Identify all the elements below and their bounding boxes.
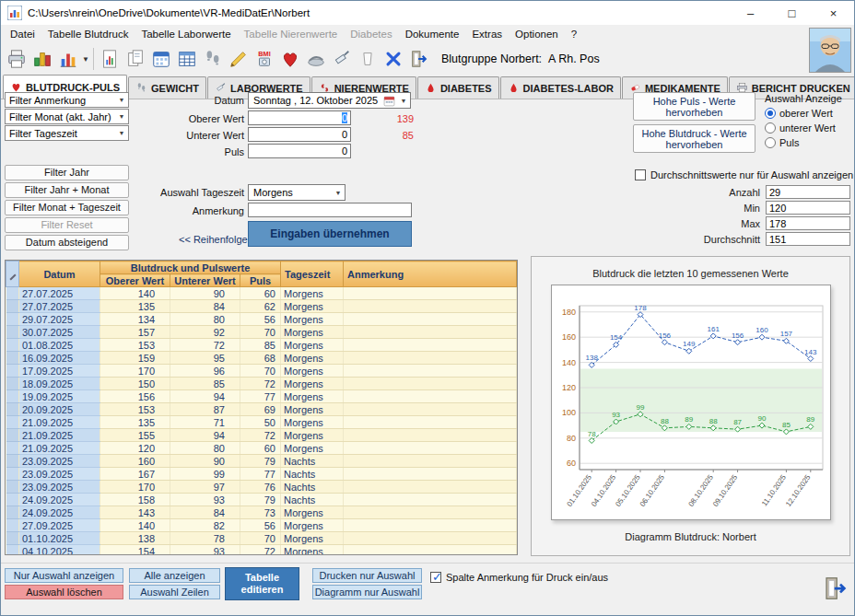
eingaben-uebernehmen-button[interactable]: Eingaben übernehmen <box>248 221 412 247</box>
table-row[interactable]: 16.09.20251599568Morgens <box>6 352 517 365</box>
filter-monat-tageszeit-button[interactable]: Filter Monat + Tageszeit <box>5 200 129 215</box>
user-avatar[interactable] <box>809 28 851 73</box>
row-selector[interactable] <box>6 365 19 378</box>
row-selector[interactable] <box>6 287 19 300</box>
tools-x-icon[interactable] <box>381 46 406 72</box>
tageszeit-select[interactable]: Morgens▼ <box>248 184 346 201</box>
table-row[interactable]: 23.09.20251679977Nachts <box>6 468 517 481</box>
radio-puls[interactable]: Puls <box>765 137 799 148</box>
row-selector[interactable] <box>6 481 19 494</box>
row-selector[interactable] <box>6 545 19 556</box>
table-row[interactable]: 27.07.20251358462Morgens <box>6 300 517 313</box>
row-selector[interactable] <box>6 416 19 429</box>
filter-jahr-button[interactable]: Filter Jahr <box>5 165 129 180</box>
table-row[interactable]: 01.08.20251537285Morgens <box>6 339 517 352</box>
anmerkung-input[interactable] <box>248 203 412 217</box>
menu-item-item[interactable]: ? <box>565 29 583 40</box>
row-selector[interactable] <box>6 403 19 416</box>
row-selector[interactable] <box>6 455 19 468</box>
date-dropdown-arrow[interactable]: ▼ <box>397 98 410 104</box>
spalte-anmerkung-checkbox-row[interactable]: Spalte Anmerkung für Druck ein/aus <box>430 572 608 583</box>
radio-unterer-wert[interactable]: unterer Wert <box>765 122 836 134</box>
row-selector[interactable] <box>6 326 19 339</box>
hohe-blutdruck-button[interactable]: Hohe Blutdruck - Werte hervorheben <box>633 124 755 153</box>
close-button[interactable]: × <box>813 1 854 25</box>
chart-bars-icon[interactable] <box>55 46 81 72</box>
tab-diabetes-labor[interactable]: DIABETES-LABOR <box>500 76 621 99</box>
row-selector[interactable] <box>6 519 19 532</box>
copy-pages-icon[interactable] <box>123 46 148 72</box>
radio-dot[interactable] <box>765 137 776 148</box>
menu-item-tabelle-nierenwerte[interactable]: Tabelle Nierenwerte <box>238 29 345 40</box>
durchschnitt-checkbox-row[interactable]: Durchschnittswerte nur für Auswahl anzei… <box>635 169 853 180</box>
tabelle-editieren-button[interactable]: Tabelle editieren <box>225 567 299 600</box>
cup-icon[interactable] <box>355 46 381 72</box>
table-row[interactable]: 20.09.20251538769Morgens <box>6 403 517 416</box>
exit-button[interactable] <box>819 571 852 606</box>
menu-item-datei[interactable]: Datei <box>4 29 41 40</box>
table-row[interactable]: 23.09.20251709776Nachts <box>6 481 517 494</box>
menu-item-tabelle-blutdruck[interactable]: Tabelle Blutdruck <box>41 29 135 40</box>
row-selector[interactable] <box>6 532 19 545</box>
menu-item-diabetes[interactable]: Diabetes <box>344 29 398 40</box>
heart-gauge-icon[interactable] <box>277 46 303 72</box>
table-row[interactable]: 18.09.20251508572Morgens <box>6 378 517 390</box>
table-row[interactable]: 29.07.20251348056Morgens <box>6 313 517 326</box>
row-selector[interactable] <box>6 339 19 352</box>
menu-item-extras[interactable]: Extras <box>465 29 509 40</box>
table-grid-icon[interactable] <box>174 46 200 72</box>
filter-jahr-monat-button[interactable]: Filter Jahr + Monat <box>5 182 129 198</box>
menu-item-optionen[interactable]: Optionen <box>509 29 565 40</box>
maximize-button[interactable]: □ <box>771 1 813 25</box>
col-header-datum[interactable]: Datum <box>19 262 100 287</box>
calendar-icon[interactable] <box>148 46 174 72</box>
row-selector[interactable] <box>6 442 19 455</box>
chart-3d-icon[interactable] <box>29 46 55 72</box>
syringe-icon[interactable] <box>329 46 355 72</box>
minimize-button[interactable]: – <box>730 1 771 25</box>
spalte-anmerkung-checkbox[interactable] <box>430 572 441 583</box>
table-row[interactable]: 01.10.20251387870Morgens <box>6 532 517 545</box>
col-header-puls[interactable]: Puls <box>240 274 281 287</box>
table-row[interactable]: 27.09.20251408256Morgens <box>6 519 517 532</box>
col-header-tageszeit[interactable]: Tageszeit <box>281 262 344 287</box>
exit-door-icon[interactable] <box>406 46 432 72</box>
ruler-pencil-icon[interactable] <box>226 46 252 72</box>
nur-auswahl-anzeigen-button[interactable]: Nur Auswahl anzeigen <box>5 568 123 583</box>
bmi-icon[interactable]: BMI <box>252 46 277 72</box>
row-selector[interactable] <box>6 352 19 365</box>
table-row[interactable]: 23.09.20251609079Nachts <box>6 455 517 468</box>
filter-anmerkung-select[interactable]: Filter Anmerkung▼ <box>5 92 129 108</box>
table-row[interactable]: 04.10.20251549372Morgens <box>6 545 517 556</box>
table-row[interactable]: 17.09.20251709670Morgens <box>6 365 517 378</box>
auswahl-loeschen-button[interactable]: Auswahl löschen <box>5 585 123 599</box>
diagramm-nur-auswahl-button[interactable]: Diagramm nur Auswahl <box>312 585 422 599</box>
page-chart-icon[interactable] <box>97 46 123 72</box>
row-selector[interactable] <box>6 506 19 519</box>
chart-menu-caret-icon[interactable]: ▼ <box>81 55 90 64</box>
col-header-anmerkung[interactable]: Anmerkung <box>344 262 517 287</box>
alle-anzeigen-button[interactable]: Alle anzeigen <box>129 568 220 583</box>
row-selector[interactable] <box>6 468 19 481</box>
table-row[interactable]: 21.09.20251208060Morgens <box>6 442 517 455</box>
radio-dot[interactable] <box>765 122 776 134</box>
select-all-header[interactable] <box>6 262 19 287</box>
table-row[interactable]: 21.09.20251559472Morgens <box>6 429 517 442</box>
table-row[interactable]: 24.09.20251438473Morgens <box>6 506 517 519</box>
datum-absteigend-button[interactable]: Datum absteigend <box>5 235 129 250</box>
hohe-puls-button[interactable]: Hohe Puls - Werte hervorheben <box>633 92 755 121</box>
printer-icon[interactable] <box>4 46 29 72</box>
tab-diabetes[interactable]: DIABETES <box>417 76 499 99</box>
oberer-wert-input[interactable]: 0 <box>248 110 351 125</box>
puls-input[interactable]: 0 <box>248 144 351 158</box>
filter-monat-akt-jahr-select[interactable]: Filter Monat (akt. Jahr)▼ <box>5 109 129 124</box>
table-row[interactable]: 24.09.20251589379Nachts <box>6 494 517 506</box>
footprints-icon[interactable] <box>200 46 226 72</box>
row-selector[interactable] <box>6 390 19 403</box>
col-header-unterer-wert[interactable]: Unterer Wert <box>170 274 240 287</box>
menu-item-dokumente[interactable]: Dokumente <box>399 29 466 40</box>
date-picker[interactable]: Sonntag , 12. Oktober 2025 ▼ <box>248 92 411 109</box>
filter-reset-button[interactable]: Filter Reset <box>5 217 129 233</box>
row-selector[interactable] <box>6 300 19 313</box>
table-row[interactable]: 30.07.20251579270Morgens <box>6 326 517 339</box>
